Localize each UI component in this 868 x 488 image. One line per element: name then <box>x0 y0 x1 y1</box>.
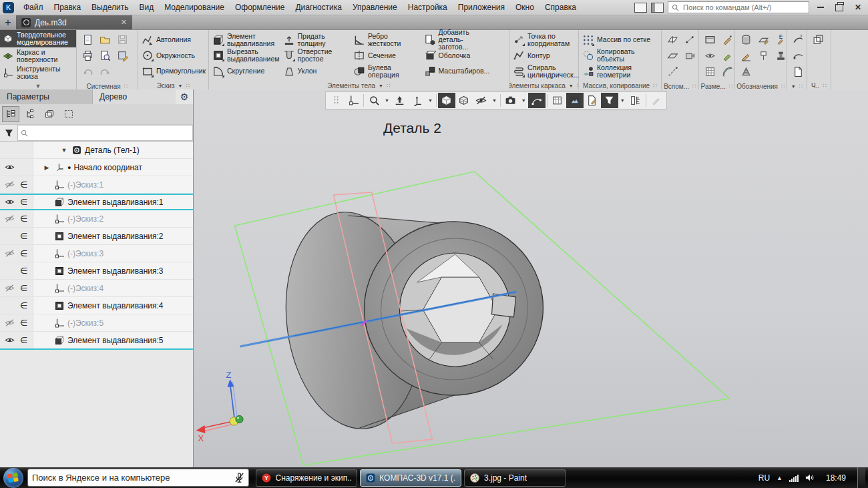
ribbon-icon-brush2[interactable] <box>720 48 734 63</box>
visibility-eye-icon[interactable] <box>5 335 15 345</box>
visibility-eye-off-icon[interactable] <box>5 283 15 293</box>
tree-item-extrusion-3[interactable]: ∈Элемент выдавливания:3 <box>0 262 193 280</box>
tree-toolbar-treeorder-icon[interactable] <box>2 106 19 122</box>
expand-arrow-icon[interactable]: ▼ <box>60 147 68 154</box>
ribbon-button-section[interactable]: Сечение <box>352 48 422 63</box>
viewport-tool-ruler[interactable] <box>627 93 644 108</box>
viewport-tool-viewimg[interactable] <box>566 93 584 108</box>
mode-cube[interactable]: Твердотельное моделирование <box>0 30 76 47</box>
viewport-tool-cubewire[interactable] <box>455 93 473 108</box>
ribbon-button-draft[interactable]: Уклон <box>282 63 352 79</box>
ribbon-icon-eyemask[interactable] <box>702 48 717 63</box>
ribbon-button-boolean[interactable]: Булева операция <box>352 63 422 79</box>
viewport-tool-grip[interactable] <box>327 93 345 108</box>
viewport-tool-verts[interactable] <box>528 93 546 108</box>
command-search-input[interactable] <box>682 3 805 12</box>
tree-toolbar-treestruct-icon[interactable] <box>21 106 39 122</box>
app-logo-icon[interactable]: K <box>3 2 14 13</box>
ribbon-icon-planeflat[interactable] <box>665 48 680 63</box>
tray-expand-icon[interactable]: ▲ <box>777 475 783 481</box>
dropdown-arrow-icon[interactable]: ▼ <box>519 98 528 103</box>
ribbon-icon-framerect[interactable] <box>702 32 717 47</box>
viewport-tool-eyeoff[interactable] <box>473 93 490 108</box>
show-desktop-button[interactable] <box>857 467 865 488</box>
ribbon-icon-labelflag[interactable] <box>756 48 771 63</box>
ribbon-group-footer[interactable]: Элементы каркаса▼∷ <box>509 81 578 90</box>
menu-item-layout[interactable]: Оформление <box>230 1 290 14</box>
ribbon-button-spiral[interactable]: Спираль цилиндрическ... <box>511 63 576 79</box>
ribbon-icon-brush[interactable] <box>720 32 734 47</box>
ribbon-icon-conelayers[interactable] <box>738 64 753 79</box>
menu-item-view[interactable]: Вид <box>134 1 159 14</box>
tree-item-part-root[interactable]: ▼Деталь (Тел-1) <box>0 142 193 159</box>
ribbon-icon-planepencil[interactable] <box>756 32 771 47</box>
visibility-eye-off-icon[interactable] <box>5 180 15 190</box>
ribbon-button-copyobj[interactable]: Копировать объекты <box>581 48 658 63</box>
menu-item-applications[interactable]: Приложения <box>453 1 510 14</box>
menu-item-help[interactable]: Справка <box>539 1 582 14</box>
menu-item-diagnostics[interactable]: Диагностика <box>290 1 347 14</box>
ribbon-button-thicken[interactable]: Придать толщину <box>282 32 352 47</box>
ribbon-button-collection[interactable]: Коллекция геометрии <box>581 63 658 79</box>
viewport-tool-gridwin[interactable] <box>549 93 566 108</box>
viewport-tool-axes[interactable] <box>409 93 426 108</box>
document-tab[interactable]: Деь.m3d ✕ <box>16 15 132 29</box>
tab-parameters[interactable]: Параметры <box>0 89 93 104</box>
restore-button[interactable] <box>832 2 847 13</box>
ribbon-button-cut[interactable]: Вырезать выдавливанием <box>211 48 281 63</box>
tree-search[interactable] <box>17 125 193 141</box>
ribbon-icon-undo[interactable] <box>80 64 95 79</box>
tree-item-sketch-2[interactable]: ∈(-)Эскиз:2 <box>0 210 193 228</box>
ribbon-icon-saveas[interactable] <box>115 48 130 63</box>
mode-sketch[interactable]: Инструменты эскиза <box>0 64 76 81</box>
start-button[interactable] <box>3 468 23 488</box>
ribbon-icon-pencilmark[interactable] <box>738 48 753 63</box>
visibility-eye-off-icon[interactable] <box>5 318 15 328</box>
viewport-3d[interactable]: Z X ▼▼▼▼▼ Деталь 2 <box>194 89 868 467</box>
tree-item-sketch-3[interactable]: ∈(-)Эскиз:3 <box>0 245 193 262</box>
ribbon-icon-stamp[interactable] <box>773 48 788 63</box>
dropdown-arrow-icon[interactable]: ▼ <box>490 98 499 103</box>
ribbon-icon-fan[interactable] <box>720 64 734 79</box>
menu-item-management[interactable]: Управление <box>347 1 403 14</box>
ribbon-button-hole[interactable]: Отверстие простое <box>282 48 352 63</box>
tree-item-sketch-1[interactable]: ∈(-)Эскиз:1 <box>0 176 193 194</box>
viewport-tool-cubesolid[interactable] <box>438 93 455 108</box>
viewport-tool-camera[interactable] <box>502 93 519 108</box>
microphone-muted-icon[interactable] <box>234 472 244 483</box>
dropdown-arrow-icon[interactable]: ▼ <box>618 98 627 103</box>
minimize-button[interactable] <box>813 2 828 13</box>
tree-item-sketch-5[interactable]: ∈(-)Эскиз:5 <box>0 314 193 332</box>
close-button[interactable]: ✕ <box>851 2 865 13</box>
viewport-tool-pen[interactable] <box>648 93 665 108</box>
keyboard-language[interactable]: RU <box>758 473 770 483</box>
tree-item-origin[interactable]: ▶●Начало координат <box>0 159 193 176</box>
ribbon-button-arraygrid[interactable]: Массив по сетке <box>581 32 658 47</box>
menu-item-file[interactable]: Файл <box>18 1 49 14</box>
ribbon-button-extrude[interactable]: Элемент выдавливания <box>211 32 281 47</box>
ribbon-icon-pointchain[interactable] <box>682 32 697 47</box>
menu-item-select[interactable]: Выделить <box>86 1 134 14</box>
ribbon-icon-redo[interactable] <box>97 64 112 79</box>
visibility-eye-off-icon[interactable] <box>5 214 15 224</box>
window-layout-icon[interactable] <box>634 3 647 13</box>
dropdown-arrow-icon[interactable]: ▼ <box>426 98 435 103</box>
tab-close-icon[interactable]: ✕ <box>121 18 127 27</box>
ribbon-icon-axisdiag[interactable] <box>665 64 680 79</box>
network-signal-icon[interactable] <box>789 474 799 482</box>
ribbon-icon-gridsheet[interactable] <box>702 64 717 79</box>
tree-item-extrusion-1[interactable]: ∈Элемент выдавливания:1 <box>0 194 193 210</box>
tree-search-input[interactable] <box>31 128 190 138</box>
taskbar-button-yandex[interactable]: YСнаряжение и экип... <box>256 469 357 487</box>
ribbon-group-footer[interactable]: Элементы тела▼∷ <box>209 81 509 90</box>
menu-item-modeling[interactable]: Моделирование <box>159 1 230 14</box>
clock[interactable]: 18:49 <box>821 473 851 483</box>
ribbon-button-rib[interactable]: Ребро жесткости <box>352 32 422 47</box>
tree-toolbar-layers-icon[interactable] <box>41 106 58 122</box>
tree-item-extrusion-2[interactable]: ∈Элемент выдавливания:2 <box>0 228 193 245</box>
taskbar-button-paint[interactable]: 3.jpg - Paint <box>464 469 566 487</box>
tree-item-sketch-4[interactable]: ∈(-)Эскиз:4 <box>0 280 193 297</box>
menu-item-window[interactable]: Окно <box>510 1 539 14</box>
volume-icon[interactable] <box>805 473 815 482</box>
dropdown-arrow-icon[interactable]: ▼ <box>383 98 391 103</box>
